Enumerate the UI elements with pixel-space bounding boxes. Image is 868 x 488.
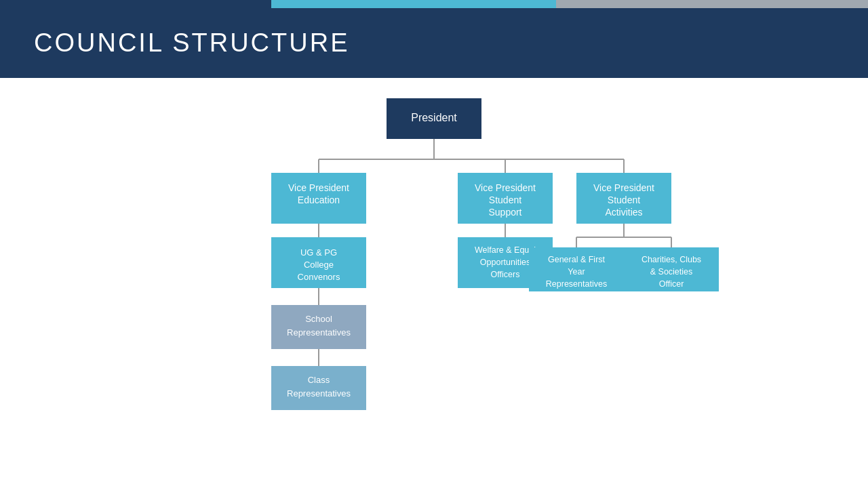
main-content: President Vice President Education Vice … <box>0 78 868 437</box>
class-reps-label-line1: Class <box>308 375 330 385</box>
bar-blue <box>271 0 556 8</box>
bar-gray <box>556 0 868 8</box>
vp-activities-label-line1: Vice President <box>593 182 654 193</box>
vp-support-label-line1: Vice President <box>475 182 536 193</box>
top-bars <box>0 0 868 8</box>
general-label-line3: Representatives <box>546 279 607 289</box>
president-label: President <box>411 112 457 123</box>
vp-support-label-line3: Support <box>488 207 521 218</box>
school-reps-label-line2: Representatives <box>287 327 351 338</box>
bar-dark <box>0 0 271 8</box>
vp-education-label-line1: Vice President <box>288 182 349 193</box>
class-reps-label-line2: Representatives <box>287 388 351 399</box>
vp-activities-label-line2: Student <box>608 195 640 205</box>
header: COUNCIL STRUCTURE <box>0 8 868 78</box>
vp-activities-label-line3: Activities <box>605 207 642 218</box>
vp-support-label-line2: Student <box>489 195 521 205</box>
ug-pg-label-line3: Convenors <box>298 272 340 282</box>
charities-label-line3: Officer <box>659 279 684 289</box>
charities-label-line2: & Societies <box>650 267 693 277</box>
charities-label-line1: Charities, Clubs <box>642 255 701 264</box>
welfare-label-line2: Opportunities <box>480 258 530 267</box>
ug-pg-label-line1: UG & PG <box>300 247 337 258</box>
general-label-line2: Year <box>568 267 585 277</box>
school-reps-label-line1: School <box>305 314 332 324</box>
welfare-label-line3: Officers <box>491 270 520 279</box>
org-chart-svg: President Vice President Education Vice … <box>176 92 692 424</box>
org-chart: President Vice President Education Vice … <box>27 92 841 424</box>
page-title: COUNCIL STRUCTURE <box>34 28 834 58</box>
general-label-line1: General & First <box>548 255 606 264</box>
ug-pg-label-line2: College <box>304 260 334 270</box>
welfare-label-line1: Welfare & Equal <box>475 245 536 255</box>
vp-education-label-line2: Education <box>298 195 340 205</box>
